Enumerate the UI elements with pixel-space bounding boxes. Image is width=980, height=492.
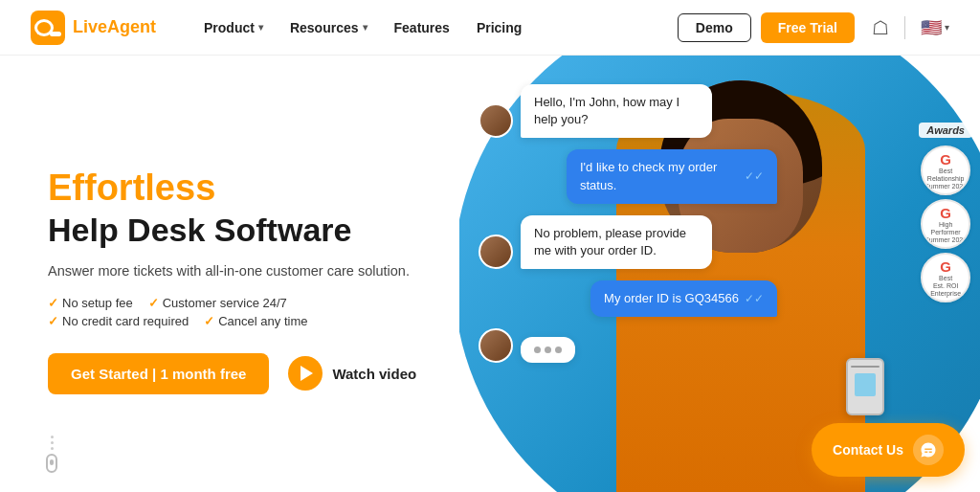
chat-row-2: I'd like to check my order status. ✓✓ (479, 149, 785, 203)
hero-checks: ✓ No setup fee ✓ Customer service 24/7 ✓… (48, 296, 429, 328)
read-receipt-icon-2: ✓✓ (745, 291, 764, 307)
resources-chevron-icon: ▾ (363, 22, 368, 33)
award-badge-2: G HighPerformer Summer 2022 (921, 199, 970, 249)
award-badge-1: G BestRelationship Summer 2022 (921, 145, 970, 195)
demo-button[interactable]: Demo (678, 13, 751, 42)
scroll-indicator (46, 436, 57, 473)
awards-panel: Awards G BestRelationship Summer 2022 G … (919, 123, 972, 302)
contact-label: Contact Us (833, 442, 903, 458)
nav-product[interactable]: Product ▾ (194, 14, 273, 41)
free-trial-button[interactable]: Free Trial (761, 12, 855, 43)
user-icon[interactable]: ☖ (872, 16, 889, 39)
nav-features[interactable]: Features (385, 14, 459, 41)
chat-row-typing (479, 328, 785, 363)
svg-rect-3 (50, 32, 61, 36)
read-receipt-icon: ✓✓ (745, 168, 764, 185)
award-2-label: HighPerformer (931, 221, 961, 237)
g2-icon-3: G (940, 258, 951, 275)
hero-subtitle-text: Answer more tickets with all-in-one cust… (48, 261, 429, 282)
nav-pricing[interactable]: Pricing (467, 14, 531, 41)
flag-icon: 🇺🇸 (921, 17, 942, 38)
agent-bubble-2: No problem, please provide me with your … (521, 215, 712, 269)
typing-dot-3 (555, 347, 562, 353)
agent-avatar-3 (479, 328, 513, 363)
checkmark-icon: ✓ (48, 296, 58, 310)
hero-cta: Get Started | 1 month free Watch video (48, 353, 429, 394)
hero-section: Effortless Help Desk Software Answer mor… (0, 56, 980, 492)
nav-actions: Demo Free Trial ☖ 🇺🇸 ▾ (678, 12, 949, 43)
scroll-dot-2 (51, 441, 54, 444)
hero-effortless-text: Effortless (48, 168, 429, 209)
contact-us-button[interactable]: Contact Us (812, 423, 965, 477)
award-2-sub: Summer 2022 (924, 236, 967, 243)
chat-container: Hello, I'm John, how may I help you? I'd… (479, 84, 785, 374)
award-1-label: BestRelationship (927, 168, 965, 184)
typing-dot-1 (534, 347, 541, 353)
check-cancel: ✓ Cancel any time (204, 314, 307, 328)
scroll-thumb (50, 459, 54, 465)
award-1-sub: Summer 2022 (924, 183, 967, 190)
user-bubble-1: I'd like to check my order status. ✓✓ (567, 149, 777, 203)
g2-icon-2: G (940, 205, 951, 221)
g2-icon: G (940, 151, 951, 168)
scroll-dot-1 (51, 436, 54, 438)
scroll-box (46, 454, 57, 473)
chat-row-1: Hello, I'm John, how may I help you? (479, 84, 785, 138)
contact-chat-icon (913, 435, 944, 465)
hero-title-text: Help Desk Software (48, 212, 429, 248)
nav-divider (904, 16, 905, 39)
awards-title: Awards (919, 123, 972, 138)
chat-row-4: My order ID is GQ34566 ✓✓ (479, 280, 785, 317)
chat-row-3: No problem, please provide me with your … (479, 215, 785, 269)
agent-bubble-1: Hello, I'm John, how may I help you? (521, 84, 712, 138)
hero-left: Effortless Help Desk Software Answer mor… (0, 56, 459, 492)
product-chevron-icon: ▾ (258, 22, 263, 33)
logo[interactable]: LiveAgent (31, 11, 156, 45)
svg-point-2 (37, 22, 51, 34)
typing-dot-2 (545, 347, 551, 353)
watch-video-button[interactable]: Watch video (288, 356, 416, 391)
nav-links: Product ▾ Resources ▾ Features Pricing (194, 14, 678, 41)
logo-text: LiveAgent (73, 17, 156, 37)
award-3-label: BestEst. ROI (933, 275, 958, 291)
award-3-sub: Enterprise (930, 290, 961, 297)
checkmark-icon: ✓ (148, 296, 159, 310)
user-bubble-2: My order ID is GQ34566 ✓✓ (590, 280, 777, 317)
award-badge-3: G BestEst. ROI Enterprise (921, 253, 970, 302)
logo-icon (31, 11, 65, 45)
check-setup: ✓ No setup fee (48, 296, 133, 310)
navbar: LiveAgent Product ▾ Resources ▾ Features… (0, 0, 980, 56)
language-selector[interactable]: 🇺🇸 ▾ (921, 17, 949, 38)
play-triangle (301, 366, 313, 381)
checkmark-icon: ✓ (204, 314, 214, 328)
checkmark-icon: ✓ (48, 314, 58, 328)
check-no-credit: ✓ No credit card required (48, 314, 189, 328)
nav-resources[interactable]: Resources ▾ (280, 14, 377, 41)
get-started-button[interactable]: Get Started | 1 month free (48, 353, 269, 394)
scroll-dot-3 (51, 447, 54, 450)
agent-avatar (479, 103, 513, 138)
scroll-dots (51, 436, 54, 450)
flag-chevron-icon: ▾ (945, 22, 949, 33)
play-icon (288, 356, 323, 391)
agent-avatar-2 (479, 235, 513, 269)
check-customer-service: ✓ Customer service 24/7 (148, 296, 287, 310)
typing-indicator (521, 337, 575, 363)
